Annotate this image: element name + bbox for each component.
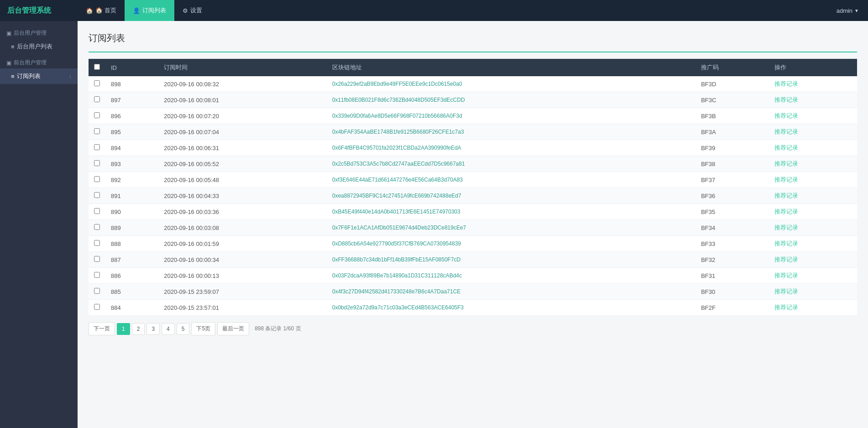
row-checkbox[interactable]: [94, 208, 100, 214]
row-action[interactable]: 推荐记录: [769, 172, 858, 188]
action-link[interactable]: 推荐记录: [774, 256, 798, 263]
row-id: 889: [105, 220, 158, 236]
row-action[interactable]: 推荐记录: [769, 284, 858, 300]
row-address: 0xf3E646E44aE71d661447276e4E56Ca64B3d70A…: [327, 172, 695, 188]
table-row: 886 2020-09-16 00:00:13 0x03F2dcaA93f89B…: [89, 268, 857, 284]
row-checkbox-cell: [89, 76, 105, 92]
row-id: 894: [105, 140, 158, 156]
row-action[interactable]: 推荐记录: [769, 300, 858, 316]
nav-home[interactable]: 🏠 🏠 首页: [78, 0, 125, 21]
row-code: BF2F: [695, 300, 769, 316]
username-label: admin: [837, 7, 852, 14]
row-action[interactable]: 推荐记录: [769, 124, 858, 140]
row-checkbox[interactable]: [94, 112, 100, 118]
row-time: 2020-09-16 00:08:01: [158, 92, 326, 108]
table-row: 889 2020-09-16 00:03:08 0x7F6F1e1ACA1AfD…: [89, 220, 857, 236]
row-checkbox[interactable]: [94, 160, 100, 166]
page-2-button[interactable]: 2: [132, 323, 145, 335]
sidebar-group-frontend-users-label: 前台用户管理: [14, 59, 47, 67]
action-link[interactable]: 推荐记录: [774, 160, 798, 167]
action-link[interactable]: 推荐记录: [774, 272, 798, 279]
sidebar-item-subscription-list[interactable]: ≡ 订阅列表 ›: [0, 68, 78, 84]
row-checkbox[interactable]: [94, 96, 100, 102]
row-checkbox[interactable]: [94, 240, 100, 246]
row-checkbox[interactable]: [94, 288, 100, 294]
page-4-button[interactable]: 4: [162, 323, 175, 335]
row-time: 2020-09-16 00:05:48: [158, 172, 326, 188]
row-checkbox[interactable]: [94, 128, 100, 134]
row-action[interactable]: 推荐记录: [769, 140, 858, 156]
subscription-table: ID 订阅时间 区块链地址 推广码 操作 898 2020-09-16 00:0…: [89, 59, 857, 316]
row-action[interactable]: 推荐记录: [769, 252, 858, 268]
row-time: 2020-09-15 23:57:01: [158, 300, 326, 316]
action-link[interactable]: 推荐记录: [774, 192, 798, 199]
row-checkbox[interactable]: [94, 304, 100, 310]
action-link[interactable]: 推荐记录: [774, 304, 798, 311]
last-page-button[interactable]: 最后一页: [217, 322, 249, 335]
row-action[interactable]: 推荐记录: [769, 220, 858, 236]
menu-icon-2: ▣: [6, 60, 11, 66]
row-checkbox-cell: [89, 156, 105, 172]
action-link[interactable]: 推荐记录: [774, 96, 798, 103]
row-checkbox[interactable]: [94, 256, 100, 262]
row-id: 893: [105, 156, 158, 172]
table-row: 897 2020-09-16 00:08:01 0x11fb08E0B021F8…: [89, 92, 857, 108]
row-action[interactable]: 推荐记录: [769, 156, 858, 172]
row-checkbox[interactable]: [94, 144, 100, 150]
row-checkbox[interactable]: [94, 80, 100, 86]
page-1-button[interactable]: 1: [117, 323, 130, 335]
table-row: 894 2020-09-16 00:06:31 0x6F4fBFB4C95701…: [89, 140, 857, 156]
row-id: 898: [105, 76, 158, 92]
action-link[interactable]: 推荐记录: [774, 112, 798, 119]
row-action[interactable]: 推荐记录: [769, 268, 858, 284]
action-link[interactable]: 推荐记录: [774, 288, 798, 295]
row-action[interactable]: 推荐记录: [769, 108, 858, 124]
main-layout: ▣ 后台用户管理 ≡ 后台用户列表 ▣ 前台用户管理 ≡ 订阅列表 › 订阅列表: [0, 21, 868, 428]
row-checkbox-cell: [89, 124, 105, 140]
row-checkbox[interactable]: [94, 224, 100, 230]
row-time: 2020-09-16 00:04:33: [158, 188, 326, 204]
row-checkbox[interactable]: [94, 176, 100, 182]
subscription-icon: 👤: [133, 7, 140, 14]
settings-icon: ⚙: [183, 7, 188, 14]
select-all-checkbox[interactable]: [94, 64, 100, 70]
row-checkbox[interactable]: [94, 272, 100, 278]
row-action[interactable]: 推荐记录: [769, 236, 858, 252]
row-action[interactable]: 推荐记录: [769, 76, 858, 92]
row-code: BF3A: [695, 124, 769, 140]
row-action[interactable]: 推荐记录: [769, 92, 858, 108]
row-code: BF34: [695, 220, 769, 236]
action-link[interactable]: 推荐记录: [774, 224, 798, 231]
action-link[interactable]: 推荐记录: [774, 208, 798, 215]
action-link[interactable]: 推荐记录: [774, 240, 798, 247]
action-link[interactable]: 推荐记录: [774, 128, 798, 135]
brand-logo: 后台管理系统: [0, 6, 78, 16]
table-row: 890 2020-09-16 00:03:36 0xB45E49f440e14d…: [89, 204, 857, 220]
row-address: 0x26a229ef2aB9Ebd9e49FF5E0EEe9c1Dc0615e0…: [327, 76, 695, 92]
row-action[interactable]: 推荐记录: [769, 204, 858, 220]
list-icon: ≡: [11, 43, 15, 50]
action-link[interactable]: 推荐记录: [774, 176, 798, 183]
nav-settings[interactable]: ⚙ 设置: [174, 0, 210, 21]
nav-subscription[interactable]: 👤 订阅列表: [125, 0, 174, 21]
row-checkbox-cell: [89, 236, 105, 252]
action-link[interactable]: 推荐记录: [774, 144, 798, 151]
row-time: 2020-09-16 00:00:13: [158, 268, 326, 284]
row-address: 0x2c5Bd753C3A5c7b8Cd2747aaEECdd7D5c9667a…: [327, 156, 695, 172]
sidebar-item-admin-users[interactable]: ≡ 后台用户列表: [0, 39, 78, 54]
table-row: 895 2020-09-16 00:07:04 0x4bFAF354AaBE17…: [89, 124, 857, 140]
action-link[interactable]: 推荐记录: [774, 80, 798, 87]
row-code: BF36: [695, 188, 769, 204]
header-action: 操作: [769, 59, 858, 76]
row-checkbox[interactable]: [94, 192, 100, 198]
table-row: 893 2020-09-16 00:05:52 0x2c5Bd753C3A5c7…: [89, 156, 857, 172]
chevron-right-icon: ›: [69, 73, 71, 80]
page-5-button[interactable]: 5: [177, 323, 190, 335]
prev-page-button[interactable]: 下一页: [89, 322, 115, 335]
row-time: 2020-09-15 23:59:07: [158, 284, 326, 300]
page-3-button[interactable]: 3: [146, 323, 160, 335]
next-5-pages-button[interactable]: 下5页: [191, 322, 215, 335]
row-action[interactable]: 推荐记录: [769, 188, 858, 204]
dropdown-icon[interactable]: ▼: [854, 8, 859, 13]
row-address: 0xD885cb6A54e927790d5f37CfB769CA07309548…: [327, 236, 695, 252]
